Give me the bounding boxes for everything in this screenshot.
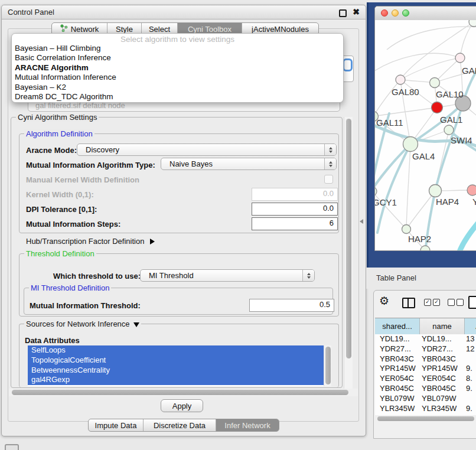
which-threshold-combo[interactable]: MI Threshold — [140, 269, 315, 282]
mi-type-combo[interactable]: Naive Bayes — [161, 158, 337, 170]
node-label: GAL11 — [376, 118, 403, 128]
new-table-icon[interactable] — [468, 296, 476, 309]
dpi-tolerance-label: DPI Tolerance [0,1]: — [26, 205, 97, 214]
dpi-tolerance-input[interactable]: 0.0 — [252, 203, 338, 216]
dropdown-item-basic-correlation[interactable]: Basic Correlation Inference — [12, 53, 343, 63]
collapse-down-icon[interactable] — [133, 322, 139, 327]
network-canvas[interactable]: GAL GAL80 GAL10 GAL1 GAL11 SWI4 GAL4 GCY… — [375, 20, 476, 250]
list-scrollbar-thumb[interactable] — [325, 347, 331, 384]
close-icon[interactable]: ✖ — [353, 7, 360, 17]
mi-type-label: Mutual Information Algorithm Type: — [26, 161, 155, 169]
node-label: GCY1 — [375, 197, 397, 207]
dropdown-item-bayesian-hill[interactable]: Bayesian – Hill Climbing — [12, 44, 343, 53]
mi-steps-label: Mutual Information Steps: — [26, 220, 120, 229]
list-scrollbar[interactable] — [324, 345, 331, 386]
table-row[interactable]: YBL079WYBL079W — [375, 394, 476, 404]
list-item[interactable]: gal4RGexp — [28, 375, 324, 385]
settings-vertical-scrollbar[interactable] — [344, 117, 353, 389]
node-gal4[interactable] — [403, 137, 418, 152]
node-label: SWI4 — [451, 135, 472, 145]
minimized-panel-icon[interactable] — [5, 444, 19, 450]
table-row[interactable]: YDR27...YDR27...12 — [375, 344, 476, 354]
float-window-icon[interactable] — [339, 9, 347, 17]
node-label: HAP4 — [436, 197, 459, 207]
edge-cyan-thick — [458, 216, 476, 250]
group-title: Threshold Definition — [24, 249, 96, 258]
table-row[interactable]: YPR145WYPR145W9. — [375, 364, 476, 374]
combo-arrows-icon[interactable] — [324, 158, 336, 169]
screen: Control Panel ✖ Network Style Select — [0, 0, 476, 450]
dropdown-item-bayesian-k2[interactable]: Bayesian – K2 — [12, 83, 343, 92]
network-icon — [60, 24, 68, 34]
node-swi4[interactable] — [444, 125, 454, 135]
node[interactable] — [469, 20, 476, 27]
tab-impute-data[interactable]: Impute Data — [89, 419, 143, 431]
column-header-name[interactable]: name — [420, 318, 465, 334]
node-label: Y — [472, 197, 476, 207]
kernel-width-input[interactable]: 0.0 — [252, 188, 338, 201]
aracne-mode-label: Aracne Mode: — [26, 146, 77, 155]
dropdown-item-aracne[interactable]: ARACNE Algorithm — [12, 63, 343, 73]
tab-infer-network[interactable]: Infer Network — [216, 419, 279, 431]
table-header-row: shared... name A — [375, 318, 476, 335]
aracne-mode-combo[interactable]: Discovery — [77, 144, 337, 156]
select-all-checkboxes-icon[interactable]: ✓✓ — [424, 299, 440, 306]
group-title: Cyni Algorithm Settings — [16, 113, 99, 122]
table-horizontal-scrollbar[interactable] — [375, 415, 476, 422]
table-row[interactable]: YBR043CYBR043C — [375, 354, 476, 364]
mi-steps-input[interactable]: 6 — [252, 217, 338, 230]
table-horizontal-scrollbar-thumb[interactable] — [377, 416, 474, 421]
node-salmon[interactable] — [467, 185, 476, 195]
table-rows: YDL19...YDL19...13 YDR27...YDR27...12 YB… — [375, 334, 476, 415]
expand-right-icon[interactable] — [150, 239, 155, 244]
control-panel-title: Control Panel — [8, 8, 54, 17]
group-title: MI Threshold Definition — [29, 283, 111, 292]
cyni-mode-tabbar: Impute Data Discretize Data Infer Networ… — [88, 419, 279, 432]
node-gal10[interactable] — [430, 78, 440, 88]
gear-icon[interactable]: ⚙ — [379, 295, 389, 306]
minimize-traffic-icon[interactable] — [392, 9, 399, 17]
settings-vertical-scrollbar-thumb[interactable] — [346, 119, 351, 358]
dropdown-item-mutual-information[interactable]: Mutual Information Inference — [12, 73, 343, 82]
node-hap2[interactable] — [402, 225, 411, 234]
node-label: GAL4 — [412, 151, 435, 161]
sources-title[interactable]: Sources for Network Inference — [24, 319, 141, 328]
node-gal7[interactable] — [455, 53, 465, 63]
close-traffic-icon[interactable] — [381, 9, 388, 17]
columns-icon[interactable] — [402, 298, 415, 308]
column-header-clipped[interactable]: A — [465, 318, 476, 334]
mi-threshold-input[interactable]: 0.5 — [249, 299, 334, 312]
list-item[interactable]: TopologicalCoefficient — [28, 356, 324, 366]
table-row[interactable]: YBR045CYBR045C9. — [375, 384, 476, 394]
column-header-shared-name[interactable]: shared... — [375, 318, 420, 334]
node-hap4[interactable] — [429, 185, 442, 197]
table-row[interactable]: YER054CYER054C8. — [375, 374, 476, 384]
combo-arrows-icon[interactable] — [302, 270, 314, 281]
node-label: GAL10 — [436, 89, 464, 99]
network-window-titlebar[interactable] — [375, 6, 476, 21]
group-title: Algorithm Definition — [24, 129, 94, 138]
node-gcy1[interactable] — [375, 187, 377, 196]
settings-horizontal-scrollbar[interactable] — [9, 389, 358, 396]
settings-horizontal-scrollbar-thumb[interactable] — [12, 390, 348, 395]
apply-button[interactable]: Apply — [161, 399, 203, 412]
focus-ring — [343, 58, 353, 71]
node-gal80[interactable] — [396, 75, 405, 84]
manual-kernel-label: Manual Kernel Width Definition — [26, 175, 139, 184]
table-panel-title: Table Panel — [376, 273, 416, 282]
tab-discretize-data[interactable]: Discretize Data — [143, 419, 216, 431]
control-panel-titlebar[interactable]: Control Panel ✖ — [2, 5, 366, 19]
dropdown-item-dream8[interactable]: Dream8 DC_TDC Algorithm — [12, 92, 343, 102]
panel-resize-arrow-icon[interactable] — [360, 219, 363, 224]
deselect-all-checkboxes-icon[interactable] — [448, 299, 464, 306]
combo-arrows-icon[interactable] — [324, 144, 336, 155]
zoom-traffic-icon[interactable] — [402, 9, 409, 17]
list-item[interactable]: BetweennessCentrality — [28, 366, 324, 376]
list-item[interactable]: SelfLoops — [28, 345, 324, 356]
table-row[interactable]: YLR345WYLR345W9. — [375, 404, 476, 414]
hub-definition-section[interactable]: Hub/Transcription Factor Definition — [26, 237, 155, 246]
node-gal1-selected[interactable] — [432, 102, 443, 113]
table-row[interactable]: YDL19...YDL19...13 — [375, 334, 476, 344]
manual-kernel-checkbox[interactable] — [324, 175, 333, 184]
data-attributes-list: SelfLoops TopologicalCoefficient Between… — [28, 345, 324, 386]
